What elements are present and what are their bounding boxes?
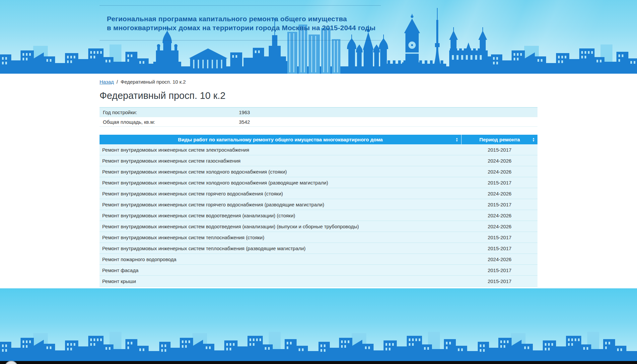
period-cell: 2015-2017 <box>461 232 538 243</box>
table-row: Ремонт внутридомовых инженерных систем э… <box>100 144 537 155</box>
sort-down-icon: ▼ <box>532 140 535 142</box>
period-column-label: Период ремонта <box>479 137 520 142</box>
period-cell: 2024-2026 <box>461 221 538 232</box>
breadcrumb-separator: / <box>115 79 119 85</box>
table-row: Ремонт внутридомовых инженерных систем г… <box>100 199 537 210</box>
period-cell: 2015-2017 <box>461 276 538 287</box>
sort-icon: ▲ ▼ <box>456 137 458 142</box>
work-cell: Ремонт внутридомовых инженерных систем г… <box>100 188 461 199</box>
site-header: Региональная программа капитального ремо… <box>0 0 637 74</box>
sort-icon: ▲ ▼ <box>532 137 535 142</box>
work-cell: Ремонт пожарного водопровода <box>100 254 461 265</box>
page-title: Федеративный просп. 10 к.2 <box>100 90 537 101</box>
table-row: Ремонт внутридомовых инженерных систем х… <box>100 177 537 188</box>
main-content: Назад / Федеративный просп. 10 к.2 Федер… <box>100 74 537 288</box>
table-row: Ремонт внутридомовых инженерных систем г… <box>100 188 537 199</box>
work-cell: Ремонт внутридомовых инженерных систем т… <box>100 243 461 254</box>
table-row: Ремонт фасада 2015-2017 <box>100 265 537 276</box>
work-cell: Ремонт внутридомовых инженерных систем э… <box>100 144 461 155</box>
table-row: Ремонт внутридомовых инженерных систем в… <box>100 221 537 232</box>
works-column-header[interactable]: Виды работ по капитальному ремонту общег… <box>100 135 461 144</box>
work-cell: Ремонт внутридомовых инженерных систем в… <box>100 210 461 221</box>
program-title-line1: Региональная программа капитального ремо… <box>107 14 381 23</box>
work-cell: Ремонт внутридомовых инженерных систем т… <box>100 232 461 243</box>
work-cell: Ремонт фасада <box>100 265 461 276</box>
work-cell: Ремонт крыши <box>100 276 461 287</box>
breadcrumb: Назад / Федеративный просп. 10 к.2 <box>100 74 537 85</box>
period-cell: 2015-2017 <box>461 243 538 254</box>
page-root: Региональная программа капитального ремо… <box>0 0 637 364</box>
period-cell: 2015-2017 <box>461 199 538 210</box>
info-value: 3542 <box>236 117 537 127</box>
table-row: Ремонт внутридомовых инженерных систем г… <box>100 155 537 166</box>
period-cell: 2024-2026 <box>461 155 538 166</box>
period-cell: 2024-2026 <box>461 188 538 199</box>
info-row-total-area: Общая площадь, кв.м: 3542 <box>100 117 537 127</box>
table-row: Ремонт крыши 2015-2017 <box>100 276 537 287</box>
info-row-build-year: Год постройки: 1963 <box>100 108 537 117</box>
work-cell: Ремонт внутридомовых инженерных систем г… <box>100 155 461 166</box>
period-cell: 2024-2026 <box>461 254 538 265</box>
period-cell: 2024-2026 <box>461 210 538 221</box>
site-footer <box>0 288 637 364</box>
program-title-block: Региональная программа капитального ремо… <box>100 5 381 40</box>
sort-down-icon: ▼ <box>456 140 458 142</box>
work-cell: Ремонт внутридомовых инженерных систем х… <box>100 166 461 177</box>
table-row: Ремонт внутридомовых инженерных систем т… <box>100 232 537 243</box>
period-cell: 2024-2026 <box>461 166 538 177</box>
breadcrumb-current: Федеративный просп. 10 к.2 <box>121 79 186 85</box>
table-row: Ремонт внутридомовых инженерных систем т… <box>100 243 537 254</box>
table-row: Ремонт внутридомовых инженерных систем х… <box>100 166 537 177</box>
period-cell: 2015-2017 <box>461 177 538 188</box>
period-column-header[interactable]: Период ремонта ▲ ▼ <box>461 135 538 144</box>
work-cell: Ремонт внутридомовых инженерных систем х… <box>100 177 461 188</box>
info-label: Общая площадь, кв.м: <box>100 117 236 127</box>
work-cell: Ремонт внутридомовых инженерных систем г… <box>100 199 461 210</box>
works-table-header-row: Виды работ по капитальному ремонту общег… <box>100 135 537 144</box>
works-column-label: Виды работ по капитальному ремонту общег… <box>178 137 383 142</box>
period-cell: 2015-2017 <box>461 265 538 276</box>
table-row: Ремонт пожарного водопровода 2024-2026 <box>100 254 537 265</box>
footer-skyline-graphic <box>0 332 637 361</box>
period-cell: 2015-2017 <box>461 144 538 155</box>
back-link[interactable]: Назад <box>100 79 114 85</box>
work-cell: Ремонт внутридомовых инженерных систем в… <box>100 221 461 232</box>
program-title-line2: в многоквартирных домах на территории го… <box>107 23 381 32</box>
info-label: Год постройки: <box>100 108 236 117</box>
works-table: Виды работ по капитальному ремонту общег… <box>100 135 537 287</box>
bottom-black-bar <box>0 361 637 364</box>
table-row: Ремонт внутридомовых инженерных систем в… <box>100 210 537 221</box>
building-info-table: Год постройки: 1963 Общая площадь, кв.м:… <box>100 107 537 127</box>
info-value: 1963 <box>236 108 537 117</box>
